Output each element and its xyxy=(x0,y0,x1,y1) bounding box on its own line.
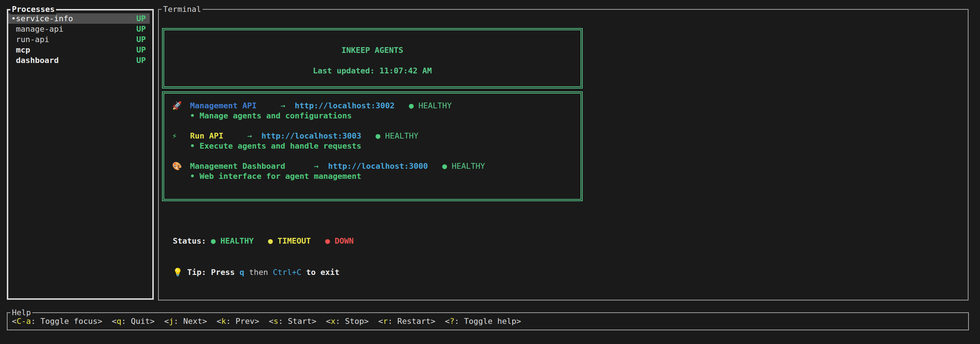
pad xyxy=(256,101,280,110)
arrow-right-icon: → xyxy=(313,162,318,171)
shortcut-key: x xyxy=(331,317,336,326)
status-dot-icon: ● xyxy=(268,237,278,245)
help-shortcut-s: <s: Start> xyxy=(269,317,316,326)
tip-text-segment: Ctrl+C xyxy=(273,268,301,277)
legend-timeout: ● TIMEOUT xyxy=(268,237,311,245)
shortcut-key: q xyxy=(116,317,121,326)
pad xyxy=(414,101,418,110)
shortcut-key: r xyxy=(383,317,388,326)
legend-text: TIMEOUT xyxy=(277,237,311,245)
process-name: •service-info xyxy=(11,13,73,24)
help-shortcut-question: <?: Toggle help> xyxy=(445,317,521,326)
bracket: < xyxy=(12,317,16,326)
shortcut-label: : Toggle focus> xyxy=(31,317,102,326)
shortcut-label: : Toggle help> xyxy=(455,317,521,326)
spacer xyxy=(172,151,582,161)
tip-line: 💡Tip: Press q then Ctrl+C to exit xyxy=(173,267,353,277)
service-description-text: Web interface for agent management xyxy=(200,172,361,181)
last-updated: Last updated: 11:07:42 AM xyxy=(163,66,582,76)
arrow-right-icon: → xyxy=(280,101,285,110)
pad xyxy=(369,317,379,326)
bullet-icon: • xyxy=(190,111,200,120)
marker-space xyxy=(11,45,16,54)
shortcut-label: : Stop> xyxy=(336,317,369,326)
shortcut-key: C-a xyxy=(16,317,31,326)
pad xyxy=(428,162,442,171)
tip-text-segment: q xyxy=(240,268,244,277)
healthy-dot-icon: ● xyxy=(442,162,447,171)
process-row-manage-api[interactable]: manage-apiUP xyxy=(8,24,152,34)
shortcut-label: : Start> xyxy=(278,317,317,326)
bracket: < xyxy=(112,317,116,326)
help-shortcut-bar: <C-a: Toggle focus> <q: Quit> <j: Next> … xyxy=(8,313,968,329)
process-row-service-info[interactable]: •service-infoUP xyxy=(8,13,150,24)
help-shortcut-r: <r: Restart> xyxy=(378,317,435,326)
pad xyxy=(311,237,325,245)
process-row-run-api[interactable]: run-apiUP xyxy=(8,34,152,45)
pad xyxy=(252,131,261,140)
process-name-label: mcp xyxy=(16,45,30,54)
process-status-badge: UP xyxy=(137,34,146,45)
status-label: Status: xyxy=(173,237,206,245)
status-dot-icon: ● xyxy=(211,237,221,245)
service-url[interactable]: http://localhost:3002 xyxy=(294,101,395,110)
shortcut-label: : Next> xyxy=(173,317,207,326)
tip-text-segment: then xyxy=(244,268,273,277)
rocket-icon: 🚀 xyxy=(172,101,190,111)
process-status-badge: UP xyxy=(137,13,146,24)
status-legend: Status: ● HEALTHY ● TIMEOUT ● DOWN xyxy=(173,236,353,246)
header-box: INKEEP AGENTS Last updated: 11:07:42 AM xyxy=(162,28,583,88)
service-row-run-api: ⚡Run API → http://localhost:3003 ● HEALT… xyxy=(172,131,582,141)
service-status: HEALTHY xyxy=(418,101,452,110)
shortcut-label: : Prev> xyxy=(226,317,259,326)
shortcut-key: s xyxy=(274,317,278,326)
help-shortcut-x: <x: Stop> xyxy=(326,317,369,326)
pad xyxy=(207,317,216,326)
service-name: Management API xyxy=(190,101,256,110)
help-shortcut-c-a: <C-a: Toggle focus> xyxy=(12,317,102,326)
process-name: dashboard xyxy=(11,55,59,66)
bullet-icon: • xyxy=(190,141,200,150)
process-name-label: dashboard xyxy=(16,56,59,65)
process-list: •service-infoUP manage-apiUP run-apiUP m… xyxy=(8,10,152,66)
service-url[interactable]: http://localhost:3000 xyxy=(328,162,428,171)
pad xyxy=(435,317,445,326)
zap-icon: ⚡ xyxy=(172,131,190,141)
bullet-icon: • xyxy=(190,172,200,181)
pad xyxy=(380,131,385,140)
process-row-dashboard[interactable]: dashboardUP xyxy=(8,55,152,66)
terminal-panel-title: Terminal xyxy=(162,4,203,14)
marker-space xyxy=(11,56,16,65)
service-description: • Web interface for agent management xyxy=(190,171,582,181)
processes-panel-title: Processes xyxy=(10,4,56,14)
pad xyxy=(319,162,328,171)
bracket: < xyxy=(216,317,221,326)
arrow-right-icon: → xyxy=(247,131,252,140)
pad xyxy=(317,317,326,326)
service-status: HEALTHY xyxy=(452,162,485,171)
service-url[interactable]: http://localhost:3003 xyxy=(261,131,361,140)
legend-down: ● DOWN xyxy=(325,237,353,245)
healthy-dot-icon: ● xyxy=(376,131,380,140)
pad xyxy=(447,162,452,171)
service-status: HEALTHY xyxy=(385,131,418,140)
process-row-mcp[interactable]: mcpUP xyxy=(8,45,152,55)
service-name: Run API xyxy=(190,131,223,140)
service-name: Management Dashboard xyxy=(190,162,285,171)
service-row-management-dashboard: 🎨Management Dashboard → http://localhost… xyxy=(172,161,582,171)
bracket: < xyxy=(326,317,331,326)
processes-panel: Processes •service-infoUP manage-apiUP r… xyxy=(7,9,154,300)
marker-space xyxy=(11,35,16,44)
service-list: 🚀Management API → http://localhost:3002 … xyxy=(163,92,582,181)
pad xyxy=(254,237,268,245)
pad xyxy=(361,131,376,140)
bracket: < xyxy=(269,317,274,326)
tip-text-segment: to exit xyxy=(301,268,339,277)
process-name-label: manage-api xyxy=(16,24,63,34)
process-name-label: service-info xyxy=(16,14,73,23)
process-name: run-api xyxy=(11,34,49,45)
selected-marker-icon: • xyxy=(11,14,16,23)
process-status-badge: UP xyxy=(137,45,146,55)
lightbulb-icon: 💡 xyxy=(173,267,187,277)
app-title: INKEEP AGENTS xyxy=(163,45,582,55)
